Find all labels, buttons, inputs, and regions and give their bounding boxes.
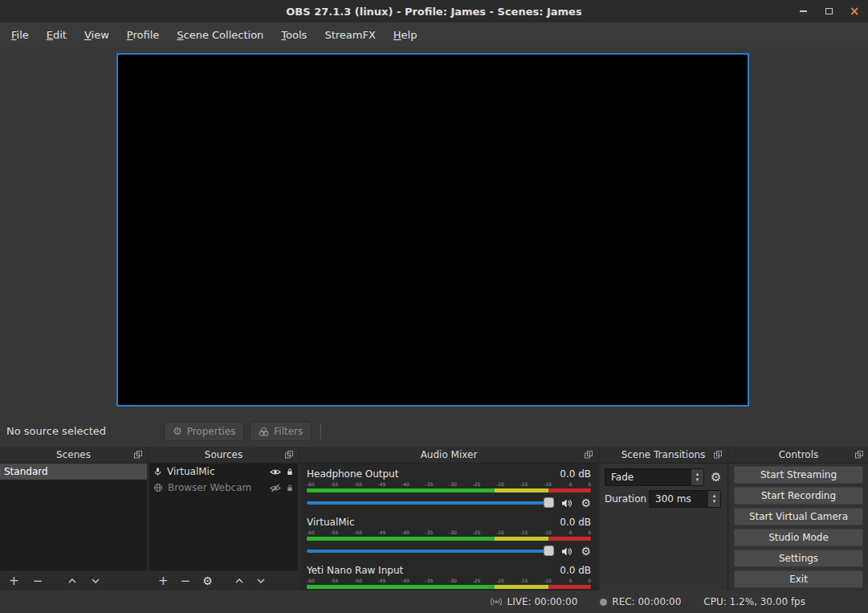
source-list-item[interactable]: VirtualMic — [149, 464, 298, 480]
scale-tick-label: -30 — [449, 529, 457, 536]
menu-tools-label: Tools — [281, 29, 307, 41]
scale-tick-label: -45 — [378, 481, 386, 488]
dock-popout-icon[interactable] — [134, 451, 142, 459]
scale-tick-label: -30 — [449, 481, 457, 488]
studio-mode-button[interactable]: Studio Mode — [734, 529, 863, 546]
scale-tick-label: -60 — [307, 578, 315, 584]
no-source-selected-label: No source selected — [6, 425, 106, 437]
scenes-dock-header: Scenes — [0, 447, 147, 464]
menu-scene-collection[interactable]: Scene Collection — [168, 26, 272, 44]
minimize-button[interactable] — [796, 4, 810, 18]
source-properties-gear-icon[interactable]: ⚙ — [202, 575, 213, 586]
volume-slider-handle[interactable] — [544, 546, 554, 556]
controls-dock: Controls Start Streaming Start Recording… — [729, 447, 868, 591]
dock-popout-icon[interactable] — [855, 451, 863, 459]
sources-dock-header: Sources — [149, 447, 298, 464]
lock-icon[interactable] — [286, 467, 294, 476]
remove-source-button[interactable]: − — [181, 575, 191, 587]
move-scene-down-button[interactable] — [91, 577, 100, 585]
obs-main-window: OBS 27.1.3 (linux) - Profile: James - Sc… — [0, 0, 868, 613]
volume-meter — [307, 537, 591, 541]
audio-mixer-body: Headphone Output 0.0 dB -60-55-50-45-40-… — [300, 464, 597, 591]
menu-streamfx[interactable]: StreamFX — [316, 26, 384, 44]
menu-file-label: File — [11, 29, 29, 41]
channel-settings-gear-icon[interactable]: ⚙ — [581, 546, 591, 557]
volume-slider[interactable] — [307, 501, 554, 505]
dock-popout-icon[interactable] — [714, 451, 722, 459]
dock-popout-icon[interactable] — [585, 451, 593, 459]
maximize-icon — [825, 8, 833, 14]
add-scene-button[interactable]: + — [9, 575, 19, 587]
menu-help-label: Help — [393, 29, 418, 41]
close-button[interactable]: × — [847, 4, 862, 18]
window-buttons: × — [796, 0, 862, 22]
spinbox-arrows[interactable]: ▴▾ — [708, 491, 720, 507]
scale-tick-label: -60 — [307, 481, 315, 488]
remove-scene-button[interactable]: − — [33, 575, 43, 587]
scale-tick-label: -40 — [401, 578, 410, 584]
scale-tick-label: -20 — [496, 578, 504, 584]
preview-canvas[interactable] — [116, 53, 749, 407]
gear-icon: ⚙ — [173, 426, 182, 437]
move-scene-up-button[interactable] — [67, 577, 77, 585]
scale-tick-label: -25 — [473, 529, 481, 536]
settings-button[interactable]: Settings — [734, 550, 863, 567]
speaker-icon[interactable] — [561, 546, 573, 557]
menu-file[interactable]: File — [2, 26, 38, 44]
menu-help[interactable]: Help — [385, 26, 426, 44]
channel-name: Yeti Nano Raw Input — [307, 565, 403, 576]
scenes-toolbar: + − — [0, 570, 147, 591]
volume-slider[interactable] — [307, 550, 554, 553]
scale-tick-label: -50 — [354, 578, 362, 584]
scale-tick-label: -50 — [354, 529, 362, 536]
volume-slider-handle[interactable] — [544, 497, 554, 508]
meter-scale: -60-55-50-45-40-35-30-25-20-15-10-50 — [307, 529, 591, 536]
filters-button[interactable]: Filters — [250, 422, 312, 441]
speaker-icon[interactable] — [561, 498, 573, 509]
transition-settings-gear-icon[interactable]: ⚙ — [711, 472, 721, 483]
record-dot-icon — [600, 599, 607, 606]
channel-settings-gear-icon[interactable]: ⚙ — [581, 497, 591, 509]
start-virtual-camera-button[interactable]: Start Virtual Camera — [734, 508, 863, 525]
sources-list: VirtualMic Browser Webcam — [149, 464, 298, 570]
visibility-eye-slash-icon[interactable] — [270, 484, 281, 492]
scale-tick-label: -15 — [520, 529, 528, 536]
menu-tools[interactable]: Tools — [272, 26, 316, 44]
start-recording-button[interactable]: Start Recording — [734, 487, 863, 505]
menu-view[interactable]: View — [75, 26, 118, 44]
scale-tick-label: -15 — [520, 481, 528, 488]
rec-time: REC: 00:00:00 — [612, 596, 681, 607]
scale-tick-label: -20 — [496, 529, 504, 536]
scale-tick-label: -10 — [544, 529, 552, 536]
lock-icon[interactable] — [286, 483, 294, 492]
scene-list-item[interactable]: Standard — [0, 464, 147, 480]
properties-button-label: Properties — [187, 426, 236, 437]
menu-edit[interactable]: Edit — [38, 26, 75, 44]
sources-dock: Sources VirtualMic — [149, 447, 298, 591]
scale-tick-label: -50 — [354, 481, 362, 488]
properties-button[interactable]: ⚙ Properties — [164, 422, 244, 441]
add-source-button[interactable]: + — [158, 575, 169, 587]
exit-button[interactable]: Exit — [734, 570, 863, 588]
channel-name: VirtualMic — [307, 517, 355, 528]
duration-spinbox[interactable]: 300 ms ▴▾ — [649, 490, 721, 508]
move-source-up-button[interactable] — [234, 577, 244, 585]
scale-tick-label: -25 — [473, 481, 481, 488]
menu-view-label: View — [84, 29, 109, 41]
transition-select[interactable]: Fade ▴▾ — [605, 468, 704, 486]
transitions-dock-header: Scene Transitions — [600, 447, 727, 464]
source-item-label: VirtualMic — [167, 466, 265, 477]
source-list-item[interactable]: Browser Webcam — [149, 480, 298, 496]
start-streaming-button[interactable]: Start Streaming — [734, 466, 863, 484]
menu-profile[interactable]: Profile — [118, 26, 168, 44]
channel-db-value: 0.0 dB — [560, 468, 591, 480]
controls-dock-header: Controls — [729, 447, 868, 464]
audio-mixer-dock: Audio Mixer Headphone Output 0.0 dB -60-… — [300, 447, 597, 591]
dock-popout-icon[interactable] — [285, 451, 293, 459]
move-source-down-button[interactable] — [256, 577, 266, 585]
menu-edit-label: Edit — [47, 29, 67, 41]
visibility-eye-icon[interactable] — [270, 468, 281, 476]
cpu-fps-text: CPU: 1.2%, 30.00 fps — [703, 596, 805, 607]
duration-down-arrow-icon[interactable]: ▾ — [713, 499, 716, 505]
maximize-button[interactable] — [821, 4, 836, 18]
